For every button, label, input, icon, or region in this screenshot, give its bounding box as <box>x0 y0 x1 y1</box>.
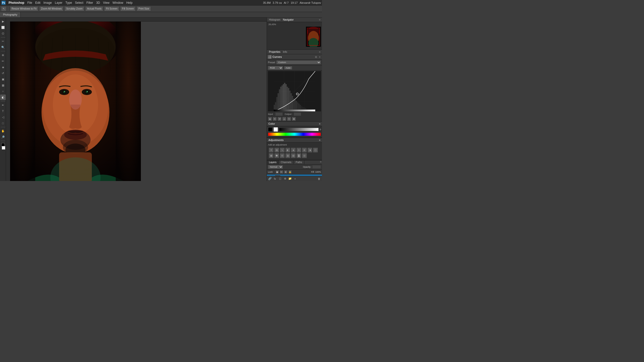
adj-select-color[interactable]: ◎ <box>302 153 307 158</box>
adj-channel-mix[interactable]: ▦ <box>269 153 274 158</box>
background-swatch[interactable] <box>273 127 278 132</box>
add-group-btn[interactable]: 📁 <box>288 177 292 181</box>
adjustments-panel-header[interactable]: Adjustments ≡ <box>267 138 322 143</box>
menu-image[interactable]: Image <box>42 0 53 6</box>
tool-pen[interactable]: ✒ <box>0 102 6 108</box>
color-spectrum-bar[interactable] <box>268 132 321 136</box>
top-panel-close[interactable]: ≡ <box>318 18 321 21</box>
menu-window[interactable]: Window <box>111 0 125 6</box>
preset-dropdown[interactable]: Custom <box>276 60 321 64</box>
menu-layer[interactable]: Layer <box>53 0 64 6</box>
doc-tab-photography[interactable]: Photography <box>0 12 21 17</box>
lock-all[interactable]: 🔒 <box>288 170 292 174</box>
menu-filter[interactable]: Filter <box>85 0 95 6</box>
delete-layer-btn[interactable]: 🗑 <box>317 177 321 181</box>
color-panel-header[interactable]: Color ≡ <box>267 122 322 126</box>
curves-tool-4[interactable]: △ <box>282 117 286 121</box>
lock-transparent[interactable]: ▣ <box>275 170 279 174</box>
adj-invert[interactable]: ⊟ <box>280 153 285 158</box>
adj-bw[interactable]: ◑ <box>307 148 312 153</box>
add-mask-btn[interactable]: ◻ <box>278 177 282 181</box>
tool-blur[interactable]: ○ <box>0 88 6 94</box>
tool-eraser[interactable]: ▣ <box>0 76 6 82</box>
add-adjustment-btn[interactable]: ⊕ <box>283 177 287 181</box>
tab-info[interactable]: Info <box>282 50 288 54</box>
tool-eyedropper[interactable]: 🔍 <box>0 44 6 50</box>
menu-file[interactable]: File <box>26 0 34 6</box>
curves-tool-3[interactable]: ↺ <box>277 117 281 121</box>
menu-select[interactable]: Select <box>73 0 85 6</box>
layers-options[interactable]: ≡ <box>319 160 322 164</box>
menu-edit[interactable]: Edit <box>34 0 42 6</box>
adj-hue-sat[interactable]: ⊙ <box>296 148 301 153</box>
lock-position[interactable]: ⊕ <box>284 170 288 174</box>
curves-tool-2[interactable]: ✏ <box>273 117 277 121</box>
color-panel-options[interactable]: ≡ <box>319 122 320 125</box>
tool-shape[interactable]: □ <box>0 120 6 126</box>
menu-help[interactable]: Help <box>125 0 134 6</box>
actual-pixels-btn[interactable]: Actual Pixels <box>85 6 103 11</box>
output-value[interactable]: 50 <box>294 112 301 116</box>
scrubby-zoom-btn[interactable]: Scrubby Zoom <box>64 6 84 11</box>
add-style-btn[interactable]: fx <box>273 177 277 181</box>
tool-stamp[interactable]: ◈ <box>0 64 6 70</box>
tool-history-brush[interactable]: ↺ <box>0 70 6 76</box>
adj-brightness[interactable]: ☀ <box>269 148 274 153</box>
adj-curves[interactable]: ∿ <box>280 148 285 153</box>
tab-layers[interactable]: Layers <box>267 160 279 164</box>
zoom-all-btn[interactable]: Zoom All Windows <box>39 6 63 11</box>
adjustments-options[interactable]: ≡ <box>319 139 320 142</box>
menu-photoshop[interactable]: Photoshop <box>7 0 26 6</box>
print-size-btn[interactable]: Print Size <box>137 6 151 11</box>
background-color[interactable] <box>2 146 5 150</box>
tool-dodge[interactable]: ◐ <box>0 95 6 100</box>
tool-spot-heal[interactable]: ⊕ <box>0 52 6 58</box>
tab-histogram[interactable]: Histogram <box>268 18 281 21</box>
opacity-input[interactable]: 100% <box>312 165 321 169</box>
curves-tool-5[interactable]: ▽ <box>287 117 291 121</box>
new-layer-btn[interactable]: + <box>293 177 297 181</box>
link-layers-btn[interactable]: 🔗 <box>268 177 272 181</box>
foreground-swatch[interactable] <box>268 127 272 132</box>
properties-panel-close[interactable]: ≡ <box>318 51 321 53</box>
tool-type[interactable]: T <box>0 108 6 114</box>
adj-color-lookup[interactable]: ⬢ <box>274 153 279 158</box>
lock-paint[interactable]: ✏ <box>280 170 283 174</box>
adj-threshold[interactable]: ▤ <box>291 153 296 158</box>
tool-move[interactable]: ↖ <box>1 6 7 11</box>
tool-lasso[interactable]: ⌬ <box>0 31 6 36</box>
resize-windows-btn[interactable]: Resize Windows to Fit <box>10 6 38 11</box>
menu-view[interactable]: View <box>101 0 111 6</box>
tool-crop[interactable]: ✂ <box>0 38 6 44</box>
tool-select-rect[interactable]: ⬜ <box>0 25 6 30</box>
tool-zoom[interactable]: 🔎 <box>0 134 6 140</box>
fit-screen-btn[interactable]: Fit Screen <box>104 6 119 11</box>
tab-channels[interactable]: Channels <box>279 160 294 164</box>
tool-gradient[interactable]: ▦ <box>0 82 6 88</box>
adj-color-bal[interactable]: ⊕ <box>302 148 307 153</box>
tab-navigator[interactable]: Navigator <box>282 18 295 21</box>
adj-levels[interactable]: ▤ <box>274 148 279 153</box>
adj-exposure[interactable]: ◐ <box>285 148 290 153</box>
tool-path-select[interactable]: ◁ <box>0 114 6 120</box>
curves-graph[interactable] <box>268 71 321 111</box>
input-value[interactable]: 91 <box>275 112 283 116</box>
tool-hand[interactable]: ✋ <box>0 128 6 134</box>
auto-button[interactable]: Auto <box>284 66 292 70</box>
channel-dropdown[interactable]: RGB Red Green Blue <box>268 66 283 70</box>
adj-posterize[interactable]: ▥ <box>285 153 290 158</box>
tab-properties[interactable]: Properties <box>268 50 281 54</box>
adj-vibrance[interactable]: ◈ <box>291 148 296 153</box>
menu-type[interactable]: Type <box>64 0 73 6</box>
fill-screen-btn[interactable]: Fill Screen <box>120 6 136 11</box>
tool-arrow[interactable]: ▶ <box>0 19 6 24</box>
curves-tool-6[interactable]: ⊠ <box>292 117 296 121</box>
curves-options[interactable]: ≡ <box>318 56 321 58</box>
menu-3d[interactable]: 3D <box>95 0 101 6</box>
curves-tool-1[interactable]: ◈ <box>268 117 272 121</box>
adj-gradient-map[interactable]: ▓ <box>296 153 301 158</box>
adj-photo-filter[interactable]: ⬡ <box>313 148 318 153</box>
blend-mode-dropdown[interactable]: Normal <box>268 165 283 169</box>
tab-paths[interactable]: Paths <box>294 160 304 164</box>
tool-brush[interactable]: ✏ <box>0 58 6 64</box>
